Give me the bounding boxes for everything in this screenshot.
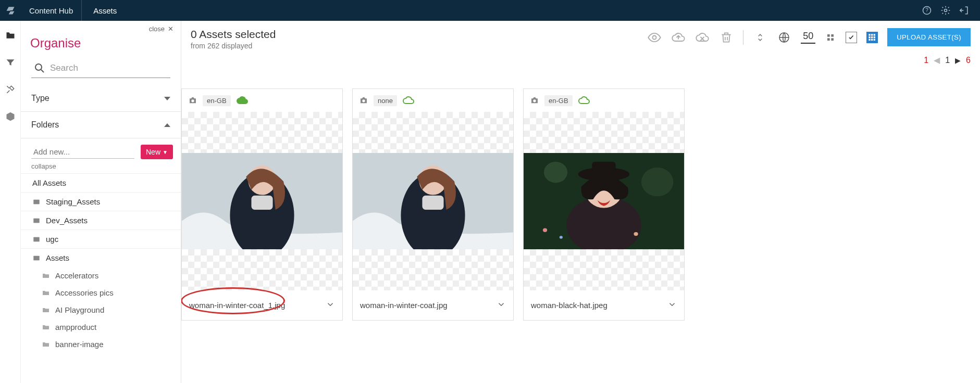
asset-filename: woman-black-hat.jpeg: [531, 301, 607, 310]
help-icon[interactable]: ?: [921, 4, 933, 17]
main-area: 0 Assets selected from 262 displayed 50 …: [181, 21, 980, 383]
publish-status-icon: [578, 94, 590, 107]
folders-accordion[interactable]: Folders: [21, 112, 181, 138]
toolbar: 50 UPLOAD ASSET(S): [647, 28, 971, 46]
svg-point-3: [35, 64, 42, 70]
svg-point-4: [653, 35, 656, 39]
folder-icon[interactable]: [4, 29, 17, 42]
close-label[interactable]: close: [149, 25, 165, 33]
asset-grid: en-GBwoman-in-winter-coat_1.jpgnonewoman…: [181, 88, 980, 383]
folder-item[interactable]: All Assets: [21, 173, 181, 192]
add-folder-input[interactable]: [31, 145, 134, 159]
trash-icon[interactable]: [719, 30, 734, 45]
camera-icon: [188, 96, 197, 105]
pager-current: 1: [924, 56, 928, 65]
subfolder-item[interactable]: Accessories pics: [21, 284, 181, 301]
upload-cloud-icon[interactable]: [671, 30, 686, 45]
list-view-icon[interactable]: [846, 32, 857, 43]
svg-rect-7: [832, 34, 834, 37]
folders-label: Folders: [31, 120, 59, 130]
logo-icon: [0, 0, 21, 21]
subfolder-item[interactable]: ampproduct: [21, 318, 181, 336]
gear-icon[interactable]: [939, 4, 952, 17]
filter-icon[interactable]: [4, 56, 17, 69]
thumbnail[interactable]: [524, 112, 684, 290]
svg-rect-28: [422, 196, 443, 210]
thumbnail[interactable]: [353, 112, 513, 290]
collapse-link[interactable]: collapse: [31, 162, 170, 170]
toolbar-divider: [743, 30, 743, 45]
upload-button[interactable]: UPLOAD ASSET(S): [887, 28, 971, 46]
asset-filename: woman-in-winter-coat.jpg: [360, 301, 448, 310]
top-bar: Content Hub Assets ?: [0, 0, 980, 21]
annotation-circle: [181, 287, 285, 314]
chevron-up-icon: [164, 123, 170, 127]
chevron-down-icon: [164, 97, 170, 100]
pager-total: 6: [966, 56, 971, 65]
asset-card[interactable]: en-GBwoman-in-winter-coat_1.jpg: [181, 88, 343, 321]
svg-point-24: [362, 99, 365, 102]
grid-view-icon[interactable]: [825, 32, 836, 43]
svg-point-35: [560, 236, 563, 239]
search-input[interactable]: [31, 61, 170, 78]
sort-icon[interactable]: [753, 30, 767, 45]
search-field[interactable]: [31, 61, 170, 78]
pager-next-icon[interactable]: ▶: [955, 56, 961, 65]
preview-icon[interactable]: [647, 30, 662, 45]
subfolder-item[interactable]: Accelerators: [21, 267, 181, 284]
pager: 1 ◀ 1 ▶ 6: [924, 55, 971, 65]
locale-tag: en-GB: [203, 95, 231, 106]
svg-rect-17: [871, 39, 873, 40]
chevron-down-icon[interactable]: [497, 300, 506, 311]
svg-rect-39: [592, 162, 615, 175]
svg-rect-10: [869, 34, 871, 35]
chevron-down-icon[interactable]: [667, 300, 677, 311]
folder-item[interactable]: Staging_Assets: [21, 192, 181, 211]
svg-point-2: [945, 9, 947, 12]
detail-view-icon[interactable]: [866, 32, 878, 43]
svg-rect-14: [871, 36, 873, 38]
camera-icon: [359, 96, 368, 105]
folder-item[interactable]: Dev_Assets: [21, 211, 181, 229]
svg-text:?: ?: [925, 7, 928, 13]
publish-status-icon: [236, 94, 249, 107]
locale-icon[interactable]: [777, 30, 791, 45]
folder-item[interactable]: ugc: [21, 229, 181, 248]
svg-rect-16: [869, 39, 871, 40]
svg-rect-6: [827, 34, 830, 37]
page-size[interactable]: 50: [801, 31, 815, 44]
svg-rect-13: [869, 36, 871, 38]
close-icon[interactable]: ✕: [168, 25, 173, 33]
left-rail: [0, 21, 21, 383]
pager-page: 1: [945, 56, 950, 65]
svg-rect-15: [874, 36, 875, 38]
box-icon[interactable]: [4, 110, 17, 123]
organise-panel: close ✕ Organise Type Folders New▼ colla…: [21, 21, 181, 383]
locale-tag: none: [374, 95, 397, 106]
type-accordion[interactable]: Type: [21, 85, 181, 112]
logout-icon[interactable]: [958, 4, 971, 17]
tools-icon[interactable]: [4, 83, 17, 96]
locale-tag: en-GB: [544, 95, 573, 106]
asset-card[interactable]: en-GBwoman-black-hat.jpeg: [523, 88, 685, 321]
unpublish-cloud-icon[interactable]: [695, 30, 710, 45]
asset-card[interactable]: nonewoman-in-winter-coat.jpg: [352, 88, 514, 321]
tab-assets[interactable]: Assets: [82, 0, 128, 21]
svg-point-19: [191, 99, 194, 102]
svg-rect-9: [832, 38, 834, 41]
svg-rect-23: [251, 196, 272, 210]
publish-status-icon: [402, 94, 415, 107]
svg-rect-18: [874, 39, 875, 40]
svg-point-31: [544, 162, 567, 183]
svg-point-36: [634, 232, 638, 236]
app-title: Content Hub: [21, 6, 81, 15]
thumbnail[interactable]: [182, 112, 342, 290]
folder-item[interactable]: Assets: [21, 248, 181, 267]
subfolder-item[interactable]: AI Playground: [21, 301, 181, 318]
chevron-down-icon[interactable]: [326, 300, 335, 311]
camera-icon: [530, 96, 539, 105]
svg-point-29: [533, 99, 536, 102]
subfolder-item[interactable]: banner-image: [21, 336, 181, 353]
pager-prev-icon[interactable]: ◀: [934, 55, 940, 65]
new-folder-button[interactable]: New▼: [141, 145, 173, 159]
